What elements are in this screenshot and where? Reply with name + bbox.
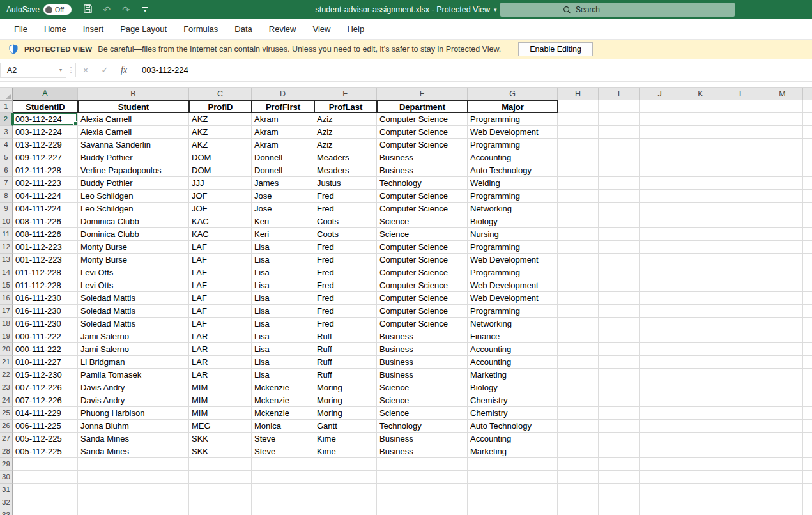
cell-B5[interactable]: Buddy Pothier <box>78 151 189 164</box>
row-header-1[interactable]: 1 <box>0 100 13 113</box>
cell-F14[interactable]: Computer Science <box>377 266 468 279</box>
cell-C2[interactable]: AKZ <box>189 113 252 126</box>
cell-G8[interactable]: Programming <box>468 190 558 203</box>
cell-L2[interactable] <box>721 113 762 126</box>
cell-G16[interactable]: Web Development <box>468 292 558 305</box>
cell-J8[interactable] <box>640 190 680 203</box>
cell-L24[interactable] <box>721 394 762 407</box>
cell-L4[interactable] <box>721 139 762 151</box>
cell-M8[interactable] <box>762 190 803 203</box>
cell-C18[interactable]: LAF <box>189 318 252 330</box>
cell-C20[interactable]: LAR <box>189 343 252 356</box>
cell-M33[interactable] <box>762 509 803 515</box>
cell-A15[interactable]: 011-112-228 <box>13 279 78 292</box>
cell-I21[interactable] <box>599 356 640 369</box>
tab-page-layout[interactable]: Page Layout <box>112 19 175 40</box>
cell-C27[interactable]: SKK <box>189 433 252 445</box>
cell-D27[interactable]: Steve <box>252 433 314 445</box>
cell-D1[interactable]: ProfFirst <box>252 100 314 113</box>
cell-L33[interactable] <box>721 509 762 515</box>
cell-B18[interactable]: Soledad Mattis <box>78 318 189 330</box>
row-header-9[interactable]: 9 <box>0 203 13 215</box>
cell-I5[interactable] <box>599 151 640 164</box>
row-header-19[interactable]: 19 <box>0 330 13 343</box>
cell-H28[interactable] <box>558 445 599 458</box>
cell-C11[interactable]: KAC <box>189 228 252 241</box>
cell-J18[interactable] <box>640 318 680 330</box>
cell-J14[interactable] <box>640 266 680 279</box>
tab-data[interactable]: Data <box>226 19 260 40</box>
cell-I22[interactable] <box>599 369 640 381</box>
cell-E19[interactable]: Ruff <box>314 330 377 343</box>
cell-J16[interactable] <box>640 292 680 305</box>
cell-G27[interactable]: Accounting <box>468 433 558 445</box>
cell-L22[interactable] <box>721 369 762 381</box>
cell-J29[interactable] <box>640 458 680 471</box>
cell-H12[interactable] <box>558 241 599 254</box>
cell-J15[interactable] <box>640 279 680 292</box>
cell-K16[interactable] <box>680 292 721 305</box>
cell-C10[interactable]: KAC <box>189 215 252 228</box>
cell-M31[interactable] <box>762 484 803 496</box>
cell-I12[interactable] <box>599 241 640 254</box>
row-header-32[interactable]: 32 <box>0 496 13 509</box>
cell-J2[interactable] <box>640 113 680 126</box>
cell-L23[interactable] <box>721 381 762 394</box>
confirm-entry-icon[interactable]: ✓ <box>95 63 114 78</box>
cell-B26[interactable]: Jonna Bluhm <box>78 420 189 433</box>
cell-I26[interactable] <box>599 420 640 433</box>
cell-C21[interactable]: LAR <box>189 356 252 369</box>
row-header-22[interactable]: 22 <box>0 369 13 381</box>
cell-C31[interactable] <box>189 484 252 496</box>
cell-A22[interactable]: 015-112-230 <box>13 369 78 381</box>
column-header-M[interactable]: M <box>762 88 803 101</box>
cell-L11[interactable] <box>721 228 762 241</box>
cell-E12[interactable]: Fred <box>314 241 377 254</box>
cell-I33[interactable] <box>599 509 640 515</box>
row-header-6[interactable]: 6 <box>0 164 13 177</box>
cell-J6[interactable] <box>640 164 680 177</box>
cell-B21[interactable]: Li Bridgman <box>78 356 189 369</box>
cell-J10[interactable] <box>640 215 680 228</box>
cell-B33[interactable] <box>78 509 189 515</box>
cell-D18[interactable]: Lisa <box>252 318 314 330</box>
cell-F12[interactable]: Computer Science <box>377 241 468 254</box>
cell-E32[interactable] <box>314 496 377 509</box>
cell-K23[interactable] <box>680 381 721 394</box>
cell-B16[interactable]: Soledad Mattis <box>78 292 189 305</box>
cell-H2[interactable] <box>558 113 599 126</box>
cell-M17[interactable] <box>762 305 803 318</box>
cell-I18[interactable] <box>599 318 640 330</box>
cell-G26[interactable]: Auto Technology <box>468 420 558 433</box>
cell-B29[interactable] <box>78 458 189 471</box>
cell-J23[interactable] <box>640 381 680 394</box>
row-header-15[interactable]: 15 <box>0 279 13 292</box>
cell-K28[interactable] <box>680 445 721 458</box>
cell-A24[interactable]: 007-112-226 <box>13 394 78 407</box>
cell-M18[interactable] <box>762 318 803 330</box>
tab-insert[interactable]: Insert <box>75 19 112 40</box>
cell-B9[interactable]: Leo Schildgen <box>78 203 189 215</box>
cell-D3[interactable]: Akram <box>252 126 314 139</box>
cell-F24[interactable]: Science <box>377 394 468 407</box>
cell-C13[interactable]: LAF <box>189 254 252 266</box>
save-button[interactable] <box>78 0 97 19</box>
cell-D14[interactable]: Lisa <box>252 266 314 279</box>
cell-H19[interactable] <box>558 330 599 343</box>
cancel-entry-icon[interactable]: × <box>76 63 95 78</box>
cell-D6[interactable]: Donnell <box>252 164 314 177</box>
cell-L16[interactable] <box>721 292 762 305</box>
cell-H1[interactable] <box>558 100 599 113</box>
cell-K5[interactable] <box>680 151 721 164</box>
cell-A6[interactable]: 012-111-228 <box>13 164 78 177</box>
cell-H30[interactable] <box>558 471 599 484</box>
cell-G3[interactable]: Web Development <box>468 126 558 139</box>
cell-E30[interactable] <box>314 471 377 484</box>
cell-H27[interactable] <box>558 433 599 445</box>
row-header-30[interactable]: 30 <box>0 471 13 484</box>
cell-F13[interactable]: Computer Science <box>377 254 468 266</box>
cell-C22[interactable]: LAR <box>189 369 252 381</box>
cell-I4[interactable] <box>599 139 640 151</box>
cell-J19[interactable] <box>640 330 680 343</box>
cell-A1[interactable]: StudentID <box>13 100 78 113</box>
